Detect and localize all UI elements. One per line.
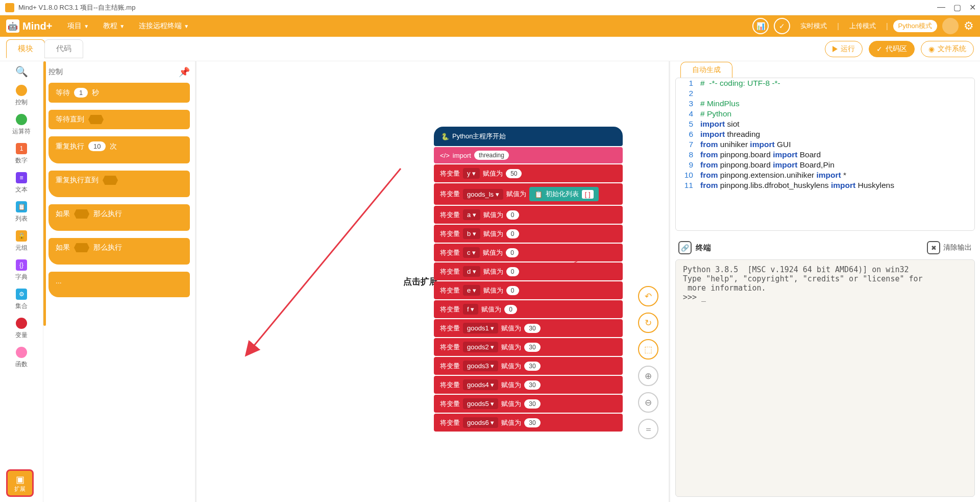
assign-block[interactable]: 将变量c ▾赋值为0 [434,244,623,261]
var-dropdown[interactable]: b ▾ [463,228,480,239]
init-list-block[interactable]: 📋初始化列表[ ] [529,187,599,201]
value-input[interactable]: 30 [524,362,540,371]
assign-block[interactable]: 将变量a ▾赋值为0 [434,206,623,224]
var-dropdown[interactable]: y ▾ [463,168,480,179]
value-input[interactable]: 0 [506,286,519,295]
assign-block[interactable]: 将变量y ▾赋值为50 [434,164,623,182]
value-input[interactable]: 0 [506,229,519,238]
category-列表[interactable]: 📋列表 [12,201,31,223]
var-dropdown[interactable]: goods5 ▾ [463,398,498,409]
mode-upload[interactable]: 上传模式 [844,19,881,33]
assign-block[interactable]: 将变量goods_ls ▾赋值为📋初始化列表[ ] [434,183,623,205]
value-input[interactable]: 30 [524,343,540,352]
palette-block[interactable]: 等待1秒 [48,83,190,103]
value-input[interactable]: 0 [504,305,517,314]
terminal-output[interactable]: Python 3.8.5 [MSC v.1924 64 bit AMD64)] … [675,259,975,497]
value-input[interactable]: 0 [506,210,519,220]
minimize-icon[interactable]: — [937,3,945,12]
chart-icon[interactable]: 📊 [752,18,769,34]
value-input[interactable]: 30 [524,399,540,409]
block-condition[interactable] [74,209,89,219]
value-input[interactable]: 50 [506,169,522,178]
maximize-icon[interactable]: ▢ [953,3,961,12]
assign-block[interactable]: 将变量goods2 ▾赋值为30 [434,338,623,356]
assign-block[interactable]: 将变量e ▾赋值为0 [434,281,623,299]
assign-block[interactable]: 将变量d ▾赋值为0 [434,262,623,280]
crop-button[interactable]: ⬚ [638,339,658,360]
run-button[interactable]: 运行 [825,41,863,57]
undo-button[interactable]: ↶ [638,286,658,306]
zoom-reset-button[interactable]: ＝ [638,419,658,439]
mode-realtime[interactable]: 实时模式 [795,19,832,33]
var-dropdown[interactable]: e ▾ [463,285,480,296]
close-icon[interactable]: ✕ [969,3,976,12]
clear-output-button[interactable]: ✖ 清除输出 [927,241,972,254]
canvas[interactable]: 点击扩展 🐍 Python主程序开始 </> import threading … [197,61,669,502]
assign-block[interactable]: 将变量goods4 ▾赋值为30 [434,376,623,394]
zoom-out-button[interactable]: ⊖ [638,392,658,413]
var-dropdown[interactable]: goods1 ▾ [463,323,498,333]
menu-tutorial[interactable]: 教程▼ [98,19,130,33]
block-input[interactable]: 10 [88,141,106,151]
gear-icon[interactable]: ⚙ [964,19,974,33]
block-stack[interactable]: 🐍 Python主程序开始 </> import threading 将变量y … [434,127,623,433]
search-icon[interactable]: 🔍 [15,65,28,78]
value-input[interactable]: 30 [524,324,540,333]
palette-block[interactable]: 重复执行10次 [48,136,190,163]
block-condition[interactable] [103,176,118,185]
var-dropdown[interactable]: goods4 ▾ [463,379,498,390]
value-input[interactable]: 30 [524,418,540,427]
hat-block[interactable]: 🐍 Python主程序开始 [434,127,623,146]
var-dropdown[interactable]: d ▾ [463,266,480,277]
block-condition[interactable] [88,115,104,124]
code-editor[interactable]: 1# -*- coding: UTF-8 -*-23# MindPlus4# P… [675,78,975,231]
extension-button[interactable]: ▣ 扩展 [6,469,34,497]
value-input[interactable]: 0 [506,248,519,257]
category-函数[interactable]: 函数 [12,347,31,369]
palette-block[interactable]: 等待直到 [48,110,190,129]
category-元组[interactable]: 🔒元组 [12,230,31,252]
assign-block[interactable]: 将变量goods6 ▾赋值为30 [434,414,623,432]
assign-block[interactable]: 将变量f ▾赋值为0 [434,300,623,318]
redo-button[interactable]: ↻ [638,313,658,333]
assign-block[interactable]: 将变量b ▾赋值为0 [434,225,623,243]
tab-blocks[interactable]: 模块 [6,39,45,58]
assign-block[interactable]: 将变量goods3 ▾赋值为30 [434,357,623,375]
var-dropdown[interactable]: goods6 ▾ [463,417,498,428]
assign-block[interactable]: 将变量goods1 ▾赋值为30 [434,319,623,337]
block-input[interactable]: 1 [74,88,88,98]
var-dropdown[interactable]: c ▾ [463,247,480,258]
palette-block[interactable]: 如果那么执行 [48,204,190,231]
zoom-in-button[interactable]: ⊕ [638,366,658,386]
var-dropdown[interactable]: goods_ls ▾ [463,189,503,200]
avatar-icon[interactable] [942,18,959,34]
var-dropdown[interactable]: f ▾ [463,304,478,315]
mode-python[interactable]: Python模式 [893,20,937,32]
category-文本[interactable]: ≡文本 [12,172,31,194]
assign-block[interactable]: 将变量goods5 ▾赋值为30 [434,395,623,413]
var-dropdown[interactable]: goods2 ▾ [463,342,498,352]
palette-block[interactable]: ... [48,272,190,297]
palette-block[interactable]: 如果那么执行 [48,238,190,265]
filesystem-button[interactable]: ◉文件系统 [921,41,974,57]
menu-project[interactable]: 项目▼ [62,19,94,33]
category-运算符[interactable]: 运算符 [12,114,31,136]
pin-icon[interactable]: 📌 [179,66,190,78]
import-block[interactable]: </> import threading [434,147,623,163]
code-tab-auto[interactable]: 自动生成 [680,62,732,78]
category-集合[interactable]: ⚙集合 [12,289,31,310]
category-控制[interactable]: 控制 [12,85,31,107]
category-字典[interactable]: {}字典 [12,259,31,281]
palette-block[interactable]: 重复执行直到 [48,171,190,197]
scrollbar[interactable] [43,61,46,326]
var-dropdown[interactable]: goods3 ▾ [463,361,498,371]
bracket-input[interactable]: [ ] [582,190,594,199]
tab-code[interactable]: 代码 [44,39,83,58]
var-dropdown[interactable]: a ▾ [463,209,480,220]
category-变量[interactable]: 变量 [12,318,31,340]
codearea-button[interactable]: ✓代码区 [869,41,915,57]
import-value[interactable]: threading [474,151,509,160]
block-condition[interactable] [74,243,89,252]
menu-connect[interactable]: 连接远程终端▼ [134,19,194,33]
value-input[interactable]: 30 [524,380,540,390]
